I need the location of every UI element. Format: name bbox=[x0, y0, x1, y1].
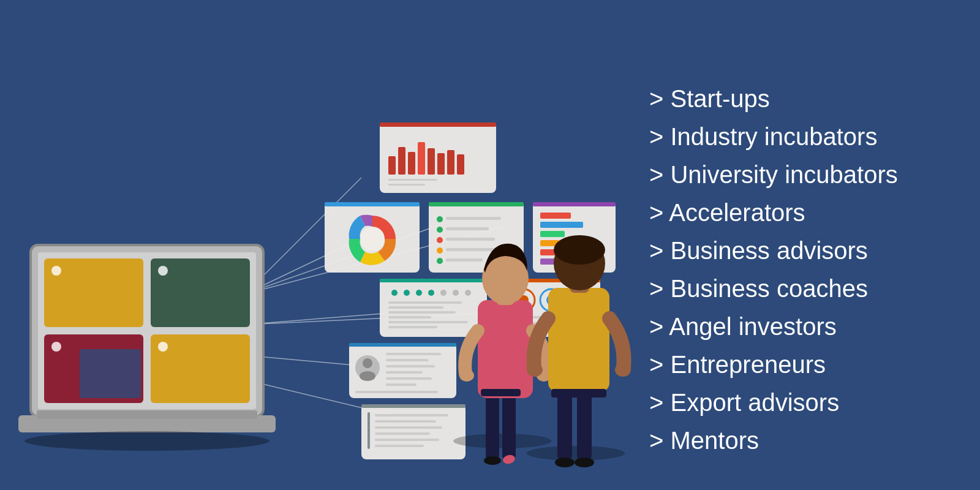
svg-rect-54 bbox=[540, 231, 565, 237]
svg-rect-39 bbox=[429, 202, 524, 206]
svg-point-112 bbox=[482, 253, 529, 304]
svg-point-84 bbox=[355, 355, 380, 380]
svg-point-107 bbox=[502, 454, 516, 466]
svg-rect-68 bbox=[388, 306, 443, 309]
svg-rect-52 bbox=[540, 213, 571, 219]
list-item-6: > Angel investors bbox=[649, 307, 943, 345]
svg-rect-74 bbox=[496, 279, 600, 282]
svg-rect-29 bbox=[437, 153, 445, 175]
svg-rect-49 bbox=[446, 258, 483, 262]
svg-rect-94 bbox=[361, 404, 466, 459]
svg-point-103 bbox=[453, 434, 551, 448]
svg-point-86 bbox=[360, 371, 375, 381]
svg-rect-113 bbox=[481, 389, 521, 396]
svg-point-36 bbox=[349, 216, 396, 262]
svg-rect-73 bbox=[496, 279, 600, 337]
svg-point-75 bbox=[513, 289, 535, 311]
svg-rect-30 bbox=[447, 150, 454, 175]
svg-rect-95 bbox=[361, 404, 466, 408]
list-item-3: > Accelerators bbox=[649, 194, 943, 232]
svg-rect-102 bbox=[375, 445, 424, 447]
svg-rect-11 bbox=[151, 258, 250, 327]
svg-rect-89 bbox=[386, 365, 435, 368]
svg-rect-90 bbox=[386, 371, 423, 374]
svg-rect-88 bbox=[386, 359, 429, 361]
svg-point-65 bbox=[453, 290, 459, 296]
svg-point-48 bbox=[437, 258, 443, 264]
svg-rect-19 bbox=[18, 415, 276, 432]
svg-rect-82 bbox=[349, 343, 456, 398]
svg-rect-32 bbox=[388, 179, 437, 181]
list-item-1: > Industry incubators bbox=[649, 118, 943, 156]
svg-rect-9 bbox=[38, 252, 256, 409]
svg-point-60 bbox=[391, 290, 398, 296]
svg-rect-100 bbox=[375, 432, 430, 435]
svg-rect-79 bbox=[505, 316, 591, 318]
svg-point-106 bbox=[484, 456, 501, 465]
svg-rect-53 bbox=[540, 222, 583, 228]
svg-rect-105 bbox=[502, 392, 516, 459]
svg-rect-111 bbox=[496, 287, 514, 305]
svg-point-46 bbox=[437, 247, 443, 254]
svg-point-118 bbox=[575, 458, 594, 467]
svg-rect-47 bbox=[446, 248, 498, 251]
svg-rect-122 bbox=[551, 389, 606, 398]
svg-line-1 bbox=[245, 227, 386, 294]
svg-point-124 bbox=[554, 236, 605, 290]
svg-rect-57 bbox=[540, 258, 574, 265]
svg-rect-81 bbox=[505, 328, 579, 331]
svg-line-5 bbox=[245, 312, 508, 325]
svg-rect-28 bbox=[428, 148, 435, 175]
svg-rect-83 bbox=[349, 343, 456, 347]
svg-rect-58 bbox=[380, 279, 487, 337]
header-section bbox=[24, 18, 956, 31]
list-item-2: > University incubators bbox=[649, 156, 943, 194]
svg-point-37 bbox=[360, 227, 385, 251]
svg-rect-80 bbox=[505, 322, 567, 325]
svg-line-0 bbox=[245, 178, 361, 294]
svg-rect-12 bbox=[44, 334, 143, 403]
svg-point-85 bbox=[363, 358, 372, 368]
svg-rect-34 bbox=[325, 202, 420, 273]
svg-rect-71 bbox=[388, 321, 468, 323]
list-item-9: > Mentors bbox=[649, 421, 943, 459]
svg-point-78 bbox=[546, 295, 556, 305]
svg-rect-101 bbox=[375, 439, 439, 441]
svg-rect-72 bbox=[388, 326, 437, 328]
svg-rect-27 bbox=[418, 142, 425, 175]
svg-rect-20 bbox=[37, 410, 257, 419]
svg-point-63 bbox=[428, 290, 434, 296]
svg-rect-13 bbox=[151, 334, 250, 403]
svg-point-109 bbox=[459, 369, 474, 382]
svg-rect-50 bbox=[533, 202, 616, 273]
svg-rect-38 bbox=[429, 202, 524, 273]
svg-rect-119 bbox=[548, 288, 609, 392]
svg-rect-108 bbox=[478, 300, 533, 398]
svg-rect-69 bbox=[388, 311, 456, 314]
svg-point-16 bbox=[51, 342, 61, 352]
svg-point-44 bbox=[437, 237, 443, 243]
svg-point-17 bbox=[158, 342, 168, 352]
svg-rect-98 bbox=[375, 420, 436, 423]
svg-rect-24 bbox=[388, 156, 396, 175]
svg-line-3 bbox=[245, 227, 502, 294]
svg-rect-25 bbox=[398, 147, 405, 175]
svg-rect-10 bbox=[44, 258, 143, 327]
svg-rect-93 bbox=[355, 391, 438, 393]
svg-line-6 bbox=[245, 355, 380, 368]
svg-rect-67 bbox=[388, 301, 462, 304]
svg-rect-104 bbox=[486, 392, 499, 459]
svg-line-2 bbox=[245, 227, 435, 294]
svg-rect-116 bbox=[577, 386, 592, 459]
svg-point-61 bbox=[404, 290, 410, 296]
svg-rect-99 bbox=[375, 426, 442, 429]
svg-rect-56 bbox=[540, 249, 595, 255]
svg-point-76 bbox=[519, 295, 529, 305]
svg-point-15 bbox=[158, 266, 168, 276]
list-item-0: > Start-ups bbox=[649, 80, 943, 118]
svg-rect-45 bbox=[446, 238, 495, 241]
svg-rect-87 bbox=[386, 353, 441, 355]
svg-rect-51 bbox=[533, 202, 616, 206]
svg-point-77 bbox=[540, 289, 562, 311]
svg-rect-22 bbox=[380, 123, 496, 193]
